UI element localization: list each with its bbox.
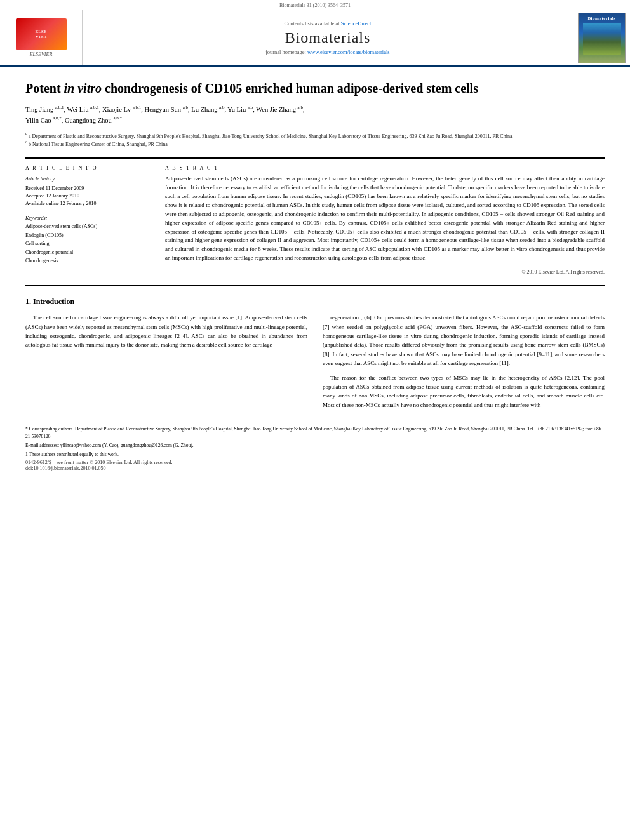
- email-label: E-mail addresses:: [25, 443, 59, 448]
- abstract-heading: A B S T R A C T: [165, 165, 605, 171]
- keyword-4: Chondrogenic potential: [25, 248, 152, 257]
- journal-header: ELSEVIER ELSEVIER Contents lists availab…: [0, 10, 630, 67]
- article-title: Potent in vitro chondrogenesis of CD105 …: [25, 80, 605, 97]
- affiliations: a a Department of Plastic and Reconstruc…: [25, 131, 605, 149]
- journal-homepage: journal homepage: www.elsevier.com/locat…: [265, 49, 389, 55]
- affiliation-a: a Department of Plastic and Reconstructi…: [29, 133, 512, 138]
- article-info-heading: A R T I C L E I N F O: [25, 165, 152, 171]
- sciencedirect-anchor[interactable]: ScienceDirect: [341, 20, 372, 27]
- body-col-right: regeneration [5,6]. Our previous studies…: [323, 313, 605, 410]
- email-addresses: yilincao@yahoo.com (Y. Cao), guangdongzh…: [60, 443, 194, 448]
- abstract-column: A B S T R A C T Adipose-derived stem cel…: [165, 165, 605, 275]
- keywords-list: Adipose-derived stem cells (ASCs) Endogl…: [25, 222, 152, 265]
- abstract-text: Adipose-derived stem cells (ASCs) are co…: [165, 175, 605, 263]
- body-divider: [25, 285, 605, 286]
- article-info-column: A R T I C L E I N F O Article history: R…: [25, 165, 152, 275]
- body-para-2: regeneration [5,6]. Our previous studies…: [323, 313, 605, 368]
- cover-title: Biomaterials: [587, 16, 615, 21]
- introduction-section: 1. Introduction The cell source for cart…: [25, 297, 605, 410]
- citation-text: Biomaterials 31 (2010) 3564–3571: [279, 3, 351, 8]
- doi-text: doi:10.1016/j.biomaterials.2010.01.050: [25, 465, 105, 471]
- received-date: Received 11 December 2009: [25, 185, 152, 192]
- keyword-3: Cell sorting: [25, 239, 152, 248]
- elsevier-logo-section: ELSEVIER ELSEVIER: [0, 10, 83, 65]
- keyword-5: Chondrogenesis: [25, 257, 152, 265]
- copyright-line: © 2010 Elsevier Ltd. All rights reserved…: [165, 269, 605, 275]
- article-content: Potent in vitro chondrogenesis of CD105 …: [0, 67, 630, 484]
- keyword-1: Adipose-derived stem cells (ASCs): [25, 222, 152, 231]
- elsevier-wordmark: ELSEVIER: [16, 51, 67, 57]
- homepage-label: journal homepage:: [265, 49, 306, 55]
- accepted-date: Accepted 12 January 2010: [25, 192, 152, 200]
- available-date: Available online 12 February 2010: [25, 200, 152, 208]
- article-history: Article history: Received 11 December 20…: [25, 175, 152, 208]
- section1-heading: 1. Introduction: [25, 297, 605, 307]
- issn-doi-line: 0142-9612/$ – see front matter © 2010 El…: [25, 460, 605, 471]
- keywords-label: Keywords:: [25, 215, 47, 221]
- journal-cover-image: Biomaterials: [578, 13, 626, 63]
- issn-text: 0142-9612/$ – see front matter © 2010 El…: [25, 460, 173, 465]
- email-note: E-mail addresses: yilincao@yahoo.com (Y.…: [25, 442, 605, 450]
- elsevier-graphic: ELSEVIER: [16, 18, 67, 50]
- corresponding-authors-note: * Corresponding authors. Department of P…: [25, 425, 605, 441]
- keyword-2: Endoglin (CD105): [25, 231, 152, 240]
- header-divider: [25, 157, 605, 159]
- article-info-abstract: A R T I C L E I N F O Article history: R…: [25, 165, 605, 275]
- authors-line: Ting Jiang a,b,1, Wei Liu a,b,1, Xiaojie…: [25, 104, 605, 126]
- affiliation-b: b National Tissue Engineering Center of …: [29, 142, 168, 147]
- top-citation-bar: Biomaterials 31 (2010) 3564–3571: [0, 0, 630, 10]
- sciencedirect-link: Contents lists available at ScienceDirec…: [285, 20, 372, 27]
- elsevier-logo: ELSEVIER ELSEVIER: [16, 18, 67, 57]
- body-para-1: The cell source for cartilage tissue eng…: [25, 313, 307, 350]
- homepage-url[interactable]: www.elsevier.com/locate/biomaterials: [307, 49, 390, 55]
- journal-cover-section: Biomaterials: [573, 10, 630, 65]
- journal-title-section: Contents lists available at ScienceDirec…: [83, 10, 573, 65]
- history-label: Article history:: [25, 175, 152, 183]
- body-col-left: The cell source for cartilage tissue eng…: [25, 313, 307, 410]
- intro-body-columns: The cell source for cartilage tissue eng…: [25, 313, 605, 410]
- footnote-1: 1 These authors contributed equally to t…: [25, 451, 605, 458]
- keywords-section: Keywords: Adipose-derived stem cells (AS…: [25, 214, 152, 266]
- sciencedirect-pretext: Contents lists available at: [285, 20, 340, 27]
- body-para-3: The reason for the conflict between two …: [323, 373, 605, 410]
- footnotes: * Corresponding authors. Department of P…: [25, 420, 605, 458]
- journal-name: Biomaterials: [285, 29, 371, 46]
